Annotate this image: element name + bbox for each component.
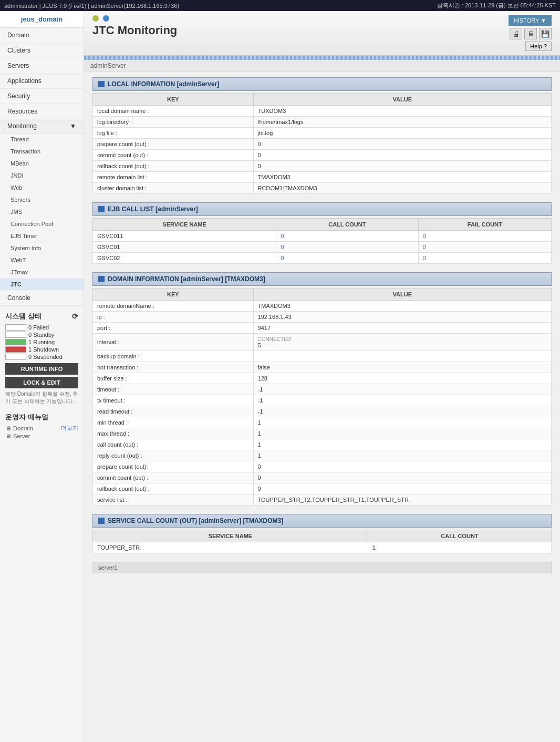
sidebar-item-jndi[interactable]: JNDI	[0, 170, 84, 182]
value-cell: -1	[253, 384, 551, 395]
print-icon[interactable]: 🖨	[510, 28, 522, 39]
fail-cell[interactable]: 0	[418, 242, 552, 253]
sidebar-item-webt[interactable]: WebT	[0, 254, 84, 266]
sidebar: jeus_domain Domain Clusters Servers Appl…	[0, 11, 84, 742]
value-cell: 192.168.1.43	[253, 312, 551, 323]
sidebar-item-servers[interactable]: Servers	[0, 58, 84, 74]
local-info-table: KEY VALUE local domain name :TUXDOM3log …	[92, 93, 552, 194]
operator-section: 운영자 매뉴얼 🖥 Domain 더보기 🖥 Server	[0, 408, 84, 445]
table-row: rollback count (out) :0	[93, 161, 552, 172]
monitor-icon[interactable]: 🖥	[524, 28, 537, 39]
status-label-failed: Failed	[33, 324, 49, 331]
key-cell: prepare count (out) :	[93, 139, 254, 150]
sidebar-item-thread[interactable]: Thread	[0, 133, 84, 146]
icon-bar: 🖨 🖥 💾	[510, 28, 552, 39]
ejb-col-call: CALL COUNT	[276, 219, 418, 231]
service-col-name: SERVICE NAME	[93, 530, 368, 542]
status-label-shutdown: Shutdown	[33, 346, 59, 353]
key-cell: tx timeout :	[93, 395, 254, 406]
status-row-shutdown: 1 Shutdown	[5, 346, 78, 353]
sidebar-brand[interactable]: jeus_domain	[0, 11, 84, 28]
table-row: port :9417	[93, 323, 552, 334]
page-title: JTC Monitoring	[92, 24, 177, 37]
refresh-icon[interactable]: ⟳	[72, 312, 78, 321]
key-cell: backup domain :	[93, 351, 254, 362]
help-row: Help ?	[525, 42, 552, 51]
table-row: min thread :1	[93, 417, 552, 428]
top-bar-left: administrator | JEUS 7.0 (Fix#1) | admin…	[4, 3, 179, 9]
service-col-count: CALL COUNT	[368, 530, 551, 542]
value-cell: 0	[253, 472, 551, 483]
table-row: not transaction :false	[93, 362, 552, 373]
call-cell[interactable]: 0	[276, 231, 418, 242]
key-cell: buffer size :	[93, 373, 254, 384]
status-count-running: 1	[28, 339, 32, 345]
system-status-title: 시스템 상태 ⟳	[5, 310, 78, 323]
key-cell: prepare count (out):	[93, 461, 254, 472]
more-link[interactable]: 더보기	[61, 424, 78, 432]
ejb-col-fail: FAIL COUNT	[418, 219, 552, 231]
sidebar-item-jtc[interactable]: JTC	[0, 279, 84, 291]
table-row: max thread :1	[93, 428, 552, 439]
call-cell[interactable]: 0	[276, 253, 418, 264]
operator-link-server[interactable]: 🖥 Server	[5, 433, 78, 439]
value-cell: -1	[253, 395, 551, 406]
sidebar-item-jms[interactable]: JMS	[0, 206, 84, 218]
table-row: timeout :-1	[93, 384, 552, 395]
sidebar-item-security[interactable]: Security	[0, 89, 84, 104]
status-label-running: Running	[33, 339, 55, 345]
table-row: prepare count (out) :0	[93, 139, 552, 150]
help-button[interactable]: Help ?	[525, 42, 552, 51]
lock-note: 해당 Domain의 항목을 수정, 추가 또는 삭제하는 기능입니다.	[5, 390, 78, 405]
status-row-suspended: 0 Suspended	[5, 354, 78, 360]
sidebar-item-jtmax[interactable]: JTmax	[0, 266, 84, 279]
sidebar-item-system-info[interactable]: System Info	[0, 242, 84, 254]
server-link-icon: 🖥	[5, 433, 11, 439]
fail-cell[interactable]: 0	[418, 231, 552, 242]
domain-info-col-key: KEY	[93, 288, 254, 301]
runtime-info-button[interactable]: RUNTIME INFO	[5, 363, 78, 375]
value-cell: /home/tmax1/logs	[253, 117, 551, 128]
key-cell: interval :	[93, 334, 254, 351]
status-dot-yellow	[92, 15, 99, 22]
progress-bar	[84, 56, 560, 60]
sidebar-item-servers2[interactable]: Servers	[0, 194, 84, 206]
sidebar-item-mbean[interactable]: MBean	[0, 158, 84, 170]
domain-info-table: KEY VALUE remote domainName :TMAXDOM3ip …	[92, 288, 552, 506]
sidebar-monitoring-header[interactable]: Monitoring ▼	[0, 119, 84, 133]
table-row: rollback count (out) :0	[93, 483, 552, 494]
sidebar-item-web[interactable]: Web	[0, 182, 84, 194]
key-cell: remote domain list :	[93, 172, 254, 183]
save-icon[interactable]: 💾	[539, 28, 552, 39]
value-cell: -1	[253, 406, 551, 417]
call-cell[interactable]: 0	[276, 242, 418, 253]
sidebar-item-resources[interactable]: Resources	[0, 104, 84, 119]
value-cell: RCDOM1:TMAXDOM3	[253, 183, 551, 194]
table-row: log directory :/home/tmax1/logs	[93, 117, 552, 128]
operator-link-domain[interactable]: 🖥 Domain 더보기	[5, 424, 78, 432]
header-controls: HISTORY ▼ 🖨 🖥 💾 Help ?	[509, 15, 552, 53]
key-cell: not transaction :	[93, 362, 254, 373]
local-info-title: LOCAL INFORMATION [adminServer]	[108, 80, 219, 88]
service-call-header: SERVICE CALL COUNT (OUT) [adminServer] […	[92, 514, 552, 528]
sidebar-item-clusters[interactable]: Clusters	[0, 43, 84, 58]
sidebar-item-connection-pool[interactable]: Connection Pool	[0, 218, 84, 230]
history-button[interactable]: HISTORY ▼	[509, 15, 552, 26]
server1-label: server1	[92, 562, 552, 573]
sidebar-item-console[interactable]: Console	[0, 291, 84, 306]
key-cell: port :	[93, 323, 254, 334]
value-cell: jtc.log	[253, 128, 551, 139]
content-body: LOCAL INFORMATION [adminServer] KEY VALU…	[84, 72, 560, 579]
table-row: ip :192.168.1.43	[93, 312, 552, 323]
service-cell: GSVC02	[93, 253, 276, 264]
fail-cell[interactable]: 0	[418, 253, 552, 264]
sidebar-item-domain[interactable]: Domain	[0, 28, 84, 43]
sidebar-item-ejb-timer[interactable]: EJB Timer	[0, 230, 84, 242]
key-cell: cluster domain list :	[93, 183, 254, 194]
table-row: GSVC01100	[93, 231, 552, 242]
ejb-call-title: EJB CALL LIST [adminServer]	[108, 205, 198, 213]
sidebar-item-applications[interactable]: Applications	[0, 74, 84, 89]
lock-edit-button[interactable]: LOCK & EDIT	[5, 377, 78, 388]
status-count-suspended: 0	[28, 354, 32, 360]
sidebar-item-transaction[interactable]: Transaction	[0, 146, 84, 158]
